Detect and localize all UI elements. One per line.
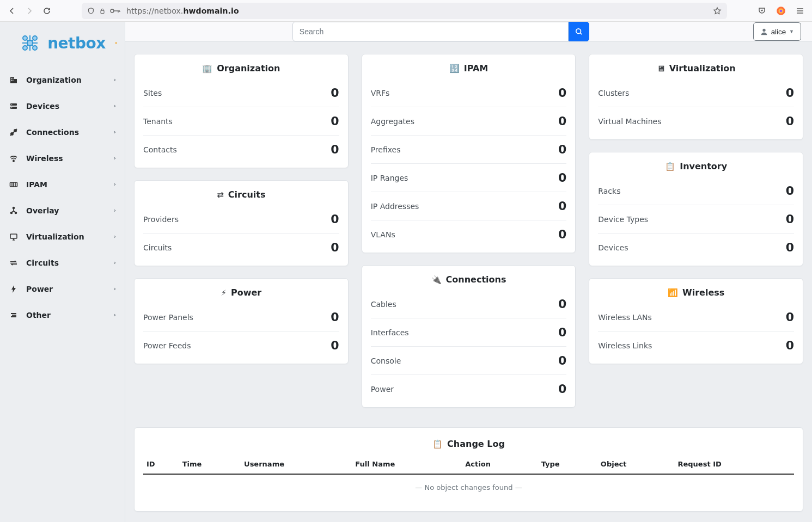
empty-message: — No object changes found — <box>143 474 794 500</box>
sidebar-item-wireless[interactable]: Wireless › <box>0 145 125 171</box>
stat-label: Aggregates <box>371 117 414 126</box>
stat-row[interactable]: Tenants0 <box>143 107 339 136</box>
sidebar-item-overlay[interactable]: Overlay › <box>0 197 125 223</box>
column-3: 🖥Virtualization Clusters0Virtual Machine… <box>589 54 803 364</box>
search-input[interactable] <box>292 22 569 41</box>
stat-label: Devices <box>598 243 628 252</box>
stat-row[interactable]: Power0 <box>371 375 567 403</box>
svg-rect-19 <box>13 80 14 81</box>
card-title: Circuits <box>228 189 266 200</box>
stat-label: Power <box>371 385 394 394</box>
wifi-icon: 📶 <box>668 288 678 298</box>
arrows-icon <box>9 259 19 267</box>
stat-count: 0 <box>786 114 794 128</box>
url-security-icons <box>87 7 121 15</box>
card-changelog: 📋Change Log IDTimeUsernameFull NameActio… <box>134 427 803 512</box>
bookmark-icon[interactable] <box>713 7 722 15</box>
card-ipam: 🔢IPAM VRFs0Aggregates0Prefixes0IP Ranges… <box>362 54 576 253</box>
stat-row[interactable]: Device Types0 <box>598 205 794 234</box>
card-title: Wireless <box>682 287 724 298</box>
stat-label: Power Feeds <box>143 341 191 350</box>
stat-row[interactable]: Contacts0 <box>143 136 339 163</box>
stat-row[interactable]: Clusters0 <box>598 79 794 107</box>
stat-row[interactable]: Wireless LANs0 <box>598 303 794 331</box>
column-1: 🏢Organization Sites0Tenants0Contacts0 ⇄C… <box>134 54 349 364</box>
forward-button[interactable] <box>25 7 34 15</box>
back-button[interactable] <box>8 7 16 15</box>
building-icon <box>9 76 19 84</box>
stat-row[interactable]: Cables0 <box>371 290 567 318</box>
svg-point-12 <box>33 46 37 50</box>
sidebar-label: Power <box>26 285 106 293</box>
stat-count: 0 <box>786 212 794 226</box>
stat-row[interactable]: Interfaces0 <box>371 318 567 347</box>
table-header: Object <box>597 455 675 474</box>
menu-icon[interactable] <box>796 7 804 15</box>
stat-count: 0 <box>331 86 339 100</box>
counter-icon: 🔢 <box>449 64 460 73</box>
stat-label: IP Addresses <box>371 202 419 211</box>
building-icon: 🏢 <box>202 64 212 73</box>
counter-icon <box>9 180 19 189</box>
stat-row[interactable]: Virtual Machines0 <box>598 107 794 135</box>
chevron-right-icon: › <box>113 128 116 136</box>
chevron-right-icon: › <box>113 207 116 214</box>
sidebar-label: Devices <box>26 102 106 110</box>
stat-count: 0 <box>558 86 566 100</box>
brand-logo[interactable]: netbox <box>0 22 125 64</box>
stat-label: Wireless LANs <box>598 313 652 322</box>
reload-button[interactable] <box>42 7 51 15</box>
svg-point-24 <box>11 133 13 135</box>
sidebar-item-devices[interactable]: Devices › <box>0 93 125 119</box>
stat-row[interactable]: Power Panels0 <box>143 303 339 331</box>
table-header: Type <box>538 455 597 474</box>
chevron-right-icon: › <box>113 311 116 318</box>
stat-row[interactable]: Devices0 <box>598 234 794 261</box>
stat-count: 0 <box>558 114 566 128</box>
stat-row[interactable]: Aggregates0 <box>371 107 567 136</box>
pin-icon[interactable] <box>111 40 117 46</box>
stat-row[interactable]: IP Ranges0 <box>371 164 567 192</box>
stat-count: 0 <box>786 339 794 352</box>
stat-count: 0 <box>786 86 794 100</box>
url-bar[interactable]: https://netbox.hwdomain.io <box>82 3 727 19</box>
stat-row[interactable]: Power Feeds0 <box>143 331 339 359</box>
sidebar-item-power[interactable]: Power › <box>0 275 125 302</box>
sidebar-item-connections[interactable]: Connections › <box>0 119 125 145</box>
stat-row[interactable]: VLANs0 <box>371 220 567 248</box>
sidebar-item-circuits[interactable]: Circuits › <box>0 249 125 275</box>
browser-chrome: https://netbox.hwdomain.io <box>0 0 812 22</box>
card-virtualization: 🖥Virtualization Clusters0Virtual Machine… <box>589 54 803 140</box>
stat-row[interactable]: Sites0 <box>143 79 339 107</box>
stat-row[interactable]: Providers0 <box>143 205 339 234</box>
chevron-right-icon: › <box>113 155 116 162</box>
svg-rect-18 <box>11 80 13 81</box>
stat-label: Prefixes <box>371 145 401 154</box>
pocket-icon[interactable] <box>758 7 766 15</box>
stat-label: Racks <box>598 187 620 195</box>
stat-row[interactable]: Prefixes0 <box>371 136 567 164</box>
svg-point-28 <box>13 207 15 208</box>
firefox-icon[interactable] <box>776 6 786 16</box>
sidebar-label: IPAM <box>26 180 106 189</box>
table-header-row: IDTimeUsernameFull NameActionTypeObjectR… <box>143 455 794 474</box>
stat-label: Tenants <box>143 117 173 126</box>
sidebar-item-virtualization[interactable]: Virtualization › <box>0 223 125 249</box>
sidebar-item-other[interactable]: Other › <box>0 302 125 328</box>
user-menu[interactable]: alice ▼ <box>753 22 801 41</box>
card-connections: 🔌Connections Cables0Interfaces0Console0P… <box>362 265 576 408</box>
cable-icon <box>9 128 19 137</box>
stat-row[interactable]: Racks0 <box>598 177 794 205</box>
stat-row[interactable]: Console0 <box>371 347 567 375</box>
stat-row[interactable]: Circuits0 <box>143 234 339 261</box>
sidebar-item-organization[interactable]: Organization › <box>0 66 125 93</box>
stat-row[interactable]: VRFs0 <box>371 79 567 107</box>
search-button[interactable] <box>569 22 589 41</box>
sidebar-item-ipam[interactable]: IPAM › <box>0 171 125 197</box>
svg-rect-14 <box>10 77 14 83</box>
stat-row[interactable]: IP Addresses0 <box>371 192 567 220</box>
stat-row[interactable]: Wireless Links0 <box>598 331 794 359</box>
stat-label: Contacts <box>143 145 177 154</box>
stat-count: 0 <box>558 171 566 185</box>
svg-point-1 <box>111 9 114 13</box>
